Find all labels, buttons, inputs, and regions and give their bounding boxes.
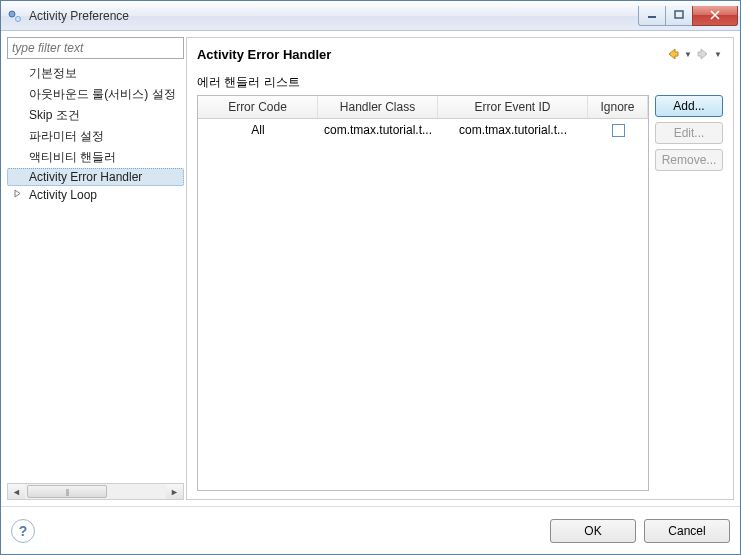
- page-title: Activity Error Handler: [197, 47, 331, 62]
- sidebar: 기본정보 아웃바운드 룰(서비스) 설정 Skip 조건 파라미터 설정 액티비…: [7, 37, 184, 500]
- cell-handler-class: com.tmax.tutorial.t...: [318, 119, 438, 141]
- horizontal-scrollbar[interactable]: ◄ ►: [7, 483, 184, 500]
- maximize-button[interactable]: [665, 6, 693, 26]
- remove-button[interactable]: Remove...: [655, 149, 723, 171]
- svg-point-0: [9, 11, 15, 17]
- table-action-buttons: Add... Edit... Remove...: [655, 95, 723, 491]
- window-controls: [639, 6, 738, 26]
- title-bar: Activity Preference: [1, 1, 740, 31]
- col-ignore[interactable]: Ignore: [588, 96, 648, 118]
- tree-item-label: Activity Loop: [29, 188, 97, 202]
- section-subtitle: 에러 핸들러 리스트: [197, 74, 723, 91]
- svg-rect-3: [675, 11, 683, 18]
- add-button[interactable]: Add...: [655, 95, 723, 117]
- table-row[interactable]: All com.tmax.tutorial.t... com.tmax.tuto…: [198, 119, 648, 142]
- table-header: Error Code Handler Class Error Event ID …: [198, 96, 648, 119]
- table-body: All com.tmax.tutorial.t... com.tmax.tuto…: [198, 119, 648, 490]
- col-error-code[interactable]: Error Code: [198, 96, 318, 118]
- cancel-button[interactable]: Cancel: [644, 519, 730, 543]
- cell-error-event: com.tmax.tutorial.t...: [438, 119, 588, 141]
- content-pane: Activity Error Handler ▼ ▼ 에러 핸들러 리스트: [186, 37, 734, 500]
- col-error-event-id[interactable]: Error Event ID: [438, 96, 588, 118]
- error-handler-table: Error Code Handler Class Error Event ID …: [197, 95, 649, 491]
- cell-ignore: [588, 119, 648, 141]
- tree-item-skip-condition[interactable]: Skip 조건: [7, 105, 184, 126]
- app-icon: [7, 8, 23, 24]
- tree-item-outbound-rule[interactable]: 아웃바운드 룰(서비스) 설정: [7, 84, 184, 105]
- content-header: Activity Error Handler ▼ ▼: [197, 46, 723, 62]
- scroll-left-button[interactable]: ◄: [8, 484, 25, 499]
- nav-tree: 기본정보 아웃바운드 룰(서비스) 설정 Skip 조건 파라미터 설정 액티비…: [7, 59, 184, 483]
- table-area: Error Code Handler Class Error Event ID …: [197, 95, 723, 491]
- dialog-footer: ? OK Cancel: [1, 506, 740, 554]
- tree-item-activity-error-handler[interactable]: Activity Error Handler: [7, 168, 184, 186]
- scroll-thumb[interactable]: [27, 485, 107, 498]
- tree-item-parameter-settings[interactable]: 파라미터 설정: [7, 126, 184, 147]
- history-nav: ▼ ▼: [665, 46, 723, 62]
- tree-item-activity-handler[interactable]: 액티비티 핸들러: [7, 147, 184, 168]
- tree-item-basic-info[interactable]: 기본정보: [7, 63, 184, 84]
- tree-item-activity-loop[interactable]: Activity Loop: [7, 186, 184, 204]
- dialog-window: Activity Preference 기본정보 아웃바운드 룰(서비스) 설정…: [0, 0, 741, 555]
- col-handler-class[interactable]: Handler Class: [318, 96, 438, 118]
- back-icon[interactable]: [665, 46, 681, 62]
- forward-dropdown[interactable]: ▼: [713, 50, 723, 59]
- ok-button[interactable]: OK: [550, 519, 636, 543]
- edit-button[interactable]: Edit...: [655, 122, 723, 144]
- help-button[interactable]: ?: [11, 519, 35, 543]
- svg-point-1: [16, 16, 21, 21]
- scroll-right-button[interactable]: ►: [166, 484, 183, 499]
- filter-input[interactable]: [7, 37, 184, 59]
- svg-rect-2: [648, 16, 656, 18]
- close-button[interactable]: [692, 6, 738, 26]
- cell-error-code: All: [198, 119, 318, 141]
- ignore-checkbox[interactable]: [612, 124, 625, 137]
- dialog-body: 기본정보 아웃바운드 룰(서비스) 설정 Skip 조건 파라미터 설정 액티비…: [1, 31, 740, 506]
- scroll-track[interactable]: [25, 484, 166, 499]
- back-dropdown[interactable]: ▼: [683, 50, 693, 59]
- chevron-right-icon[interactable]: [13, 189, 22, 198]
- minimize-button[interactable]: [638, 6, 666, 26]
- forward-icon[interactable]: [695, 46, 711, 62]
- window-title: Activity Preference: [29, 9, 639, 23]
